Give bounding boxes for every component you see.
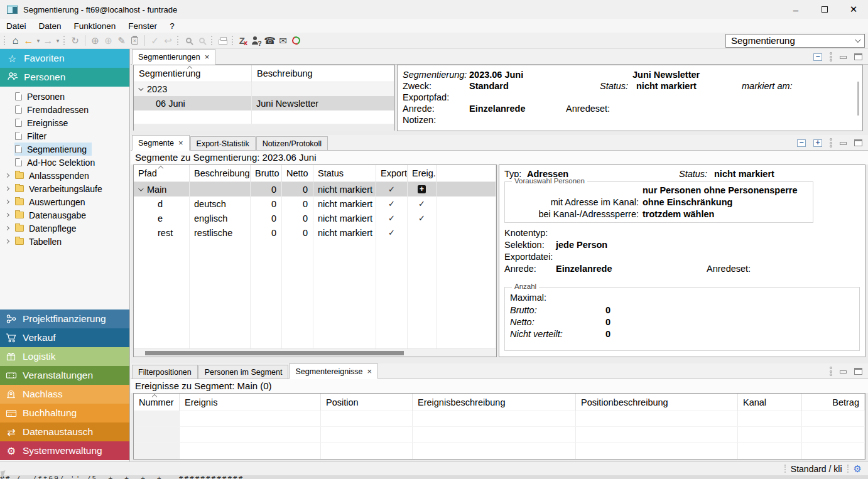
column-header-kanal[interactable]: Kanal [738, 394, 802, 411]
close-tab-icon[interactable]: × [367, 367, 372, 376]
minimize-window-icon[interactable]: – [781, 0, 810, 19]
forward-history-dropdown-icon[interactable]: ▾ [55, 33, 61, 48]
close-tab-icon[interactable]: × [205, 52, 210, 62]
sidebar-section-personen[interactable]: Personen [0, 68, 129, 87]
tab-filterpositionen[interactable]: Filterpositionen [132, 365, 198, 379]
table-scroll-track[interactable] [134, 124, 394, 131]
tree-item-adhoc-selektion[interactable]: Ad-Hoc Selektion [0, 156, 129, 169]
maximize-panel-icon[interactable] [854, 53, 862, 60]
close-window-icon[interactable]: ✕ [839, 0, 868, 19]
print-icon[interactable] [216, 33, 229, 48]
module-veranstaltungen[interactable]: Veranstaltungen [0, 366, 129, 385]
edit-icon[interactable]: ✎ [115, 33, 128, 48]
forward-icon[interactable]: → [41, 33, 55, 48]
menu-fenster[interactable]: Fenster [122, 21, 163, 31]
home-icon[interactable]: ⌂ [9, 33, 22, 48]
segment-row-rest[interactable]: rest restlische 0 0 nicht markiert ✓ [134, 225, 496, 240]
tab-export-statistik[interactable]: Export-Statistik [190, 136, 256, 150]
column-header-nummer[interactable]: Nummer [134, 394, 180, 411]
column-header-beschreibung[interactable]: Beschreibung [252, 65, 394, 82]
tab-segmente[interactable]: Segmente × [132, 135, 190, 151]
panel-menu-icon[interactable] [830, 367, 832, 376]
column-header-segmentierung[interactable]: Segmentierung [134, 65, 252, 82]
menu-daten[interactable]: Daten [33, 21, 68, 31]
tree-item-filter[interactable]: Filter [0, 129, 129, 143]
add-copy-icon[interactable]: ⊕ [102, 33, 115, 48]
sidebar-section-favoriten[interactable]: ☆ Favoriten [0, 49, 129, 68]
chevron-right-icon[interactable] [5, 226, 9, 230]
tab-segmentierungen[interactable]: Segmentierungen × [132, 49, 215, 65]
segment-row-e[interactable]: e englisch 0 0 nicht markiert ✓ ✓ [134, 211, 496, 225]
menu-hilfe[interactable]: ? [163, 21, 181, 31]
search-icon[interactable] [182, 33, 195, 48]
module-systemverwaltung[interactable]: ⚙ Systemverwaltung [0, 441, 129, 460]
search-secondary-icon[interactable] [195, 33, 209, 48]
undo-icon[interactable]: ↩ [161, 33, 175, 48]
tree-item-fremdadressen[interactable]: Fremdadressen [0, 103, 129, 116]
remove-sort-icon[interactable]: Zx [237, 33, 250, 48]
settings-gear-icon[interactable]: ⚙ [854, 463, 862, 475]
panel-menu-icon[interactable] [830, 138, 832, 148]
column-header-ereignisbeschreibung[interactable]: Ereignisbeschreibung [413, 394, 576, 411]
menu-datei[interactable]: Datei [0, 21, 33, 31]
panel-menu-icon[interactable] [830, 52, 832, 62]
tree-item-personen[interactable]: Personen [0, 90, 129, 103]
tab-notizen-protokoll[interactable]: Notizen/Protokoll [256, 136, 328, 150]
table-row-06-juni[interactable]: 06 Juni Juni Newsletter [134, 96, 394, 110]
column-header-brutto[interactable]: Brutto [251, 165, 282, 181]
minimize-panel-icon[interactable] [840, 142, 847, 145]
table-row-2023[interactable]: 2023 [134, 82, 394, 96]
person-search-icon[interactable]: ? [250, 33, 263, 48]
reload-icon[interactable]: ↻ [68, 33, 82, 48]
expander-down-icon[interactable] [138, 85, 143, 90]
toolbar-drag-handle[interactable] [4, 36, 6, 45]
collapse-panel-icon[interactable]: − [797, 139, 806, 147]
module-projektfinanzierung[interactable]: Projektfinanzierung [0, 309, 129, 328]
module-verkauf[interactable]: Verkauf [0, 328, 129, 347]
tab-segmentereignisse[interactable]: Segmentereignisse × [289, 363, 378, 379]
confirm-icon[interactable]: ✓ [148, 33, 161, 48]
column-header-positionbeschreibung[interactable]: Positionbeschreibung [576, 394, 738, 411]
tab-personen-im-segment[interactable]: Personen im Segment [198, 365, 289, 379]
tree-item-anlassspenden[interactable]: Anlassspenden [0, 169, 129, 182]
tree-item-datenpflege[interactable]: Datenpflege [0, 222, 129, 235]
column-header-ereignis[interactable]: Ereignis [180, 394, 321, 411]
delete-icon[interactable]: × [128, 33, 141, 48]
tree-item-datenausgabe[interactable]: Datenausgabe [0, 208, 129, 222]
column-header-beschreibung[interactable]: Beschreibung [190, 165, 251, 181]
back-icon[interactable]: ← [22, 33, 35, 48]
chevron-right-icon[interactable] [5, 186, 9, 191]
close-tab-icon[interactable]: × [178, 138, 183, 148]
column-header-netto[interactable]: Netto [282, 165, 313, 181]
minimize-panel-icon[interactable] [840, 56, 847, 59]
collapse-panel-icon[interactable]: − [813, 53, 822, 61]
maximize-window-icon[interactable] [810, 0, 839, 19]
mail-contact-icon[interactable]: ✉ [276, 33, 290, 48]
context-selector[interactable]: Segmentierung [725, 34, 865, 48]
expander-down-icon[interactable] [138, 186, 143, 191]
tree-item-segmentierung[interactable]: Segmentierung [0, 143, 129, 156]
horizontal-scrollbar[interactable] [134, 348, 496, 357]
add-icon[interactable]: ⊕ [89, 33, 102, 48]
column-header-export[interactable]: Export [376, 165, 408, 181]
module-nachlass[interactable]: Nachlass [0, 385, 129, 404]
chevron-right-icon[interactable] [5, 200, 9, 204]
phone-contact-icon[interactable]: ☎ [263, 33, 276, 48]
tree-item-auswertungen[interactable]: Auswertungen [0, 195, 129, 208]
tree-item-tabellen[interactable]: Tabellen [0, 235, 129, 248]
chevron-right-icon[interactable] [5, 213, 9, 217]
chevron-right-icon[interactable] [5, 239, 9, 244]
column-header-ereig[interactable]: Ereig. [408, 165, 437, 181]
module-buchhaltung[interactable]: Buchhaltung [0, 404, 129, 422]
segment-row-main[interactable]: Main 0 0 nicht markiert ✓ + [134, 182, 496, 196]
chevron-right-icon[interactable] [5, 173, 9, 178]
menu-funktionen[interactable]: Funktionen [68, 21, 122, 31]
segment-row-d[interactable]: d deutsch 0 0 nicht markiert ✓ ✓ [134, 196, 496, 211]
column-header-status[interactable]: Status [313, 165, 376, 181]
expand-panel-icon[interactable]: + [813, 139, 822, 147]
scrollbar-thumb[interactable] [145, 351, 404, 355]
column-header-position[interactable]: Position [321, 394, 413, 411]
maximize-panel-icon[interactable] [854, 368, 862, 375]
tree-item-verarbeitungslaeufe[interactable]: Verarbeitungsläufe [0, 182, 129, 195]
tree-item-ereignisse[interactable]: Ereignisse [0, 116, 129, 129]
